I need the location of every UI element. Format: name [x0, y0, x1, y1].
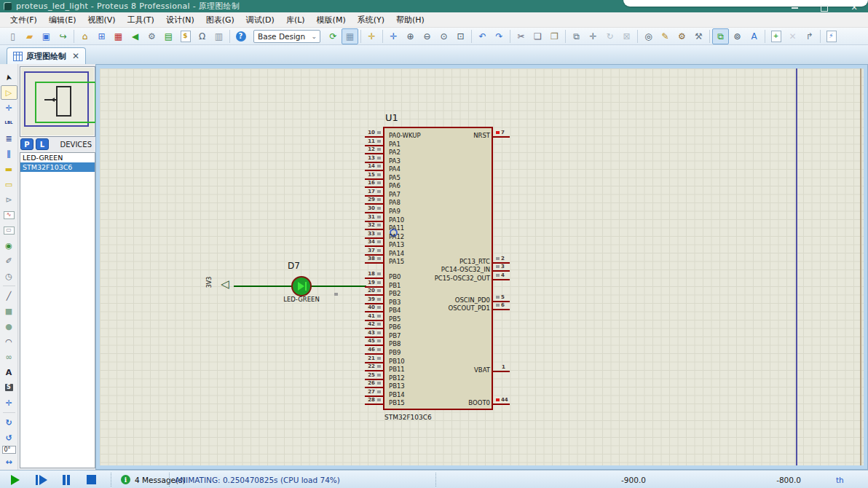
pin-state-square[interactable] [377, 339, 381, 342]
selection-mode-button[interactable]: ➤ [1, 70, 17, 84]
device-item[interactable]: STM32F103C6 [20, 162, 95, 172]
menu-item[interactable]: 系统(Y) [352, 12, 390, 28]
pin-state-square[interactable] [377, 216, 381, 219]
copy-button[interactable]: ❏ [529, 28, 546, 44]
buses-mode-button[interactable]: ∥ [1, 146, 17, 161]
overview-minimap[interactable] [20, 66, 95, 137]
chip-pin-stub[interactable] [493, 309, 510, 310]
virtual-instrument-mode-button[interactable]: ◷ [1, 269, 17, 283]
chip-pin-number[interactable]: 33 [362, 231, 375, 237]
chip-pin-number[interactable]: 16 [362, 180, 375, 186]
pin-state-square[interactable] [377, 207, 381, 210]
chip-pin-number[interactable]: 6 [501, 302, 511, 308]
electrical-rule-check-button[interactable]: ⚡ [823, 28, 840, 44]
chip-pin-name[interactable]: PA2 [389, 149, 401, 156]
chip-pin-name[interactable]: PA9 [389, 208, 401, 215]
pin-state-square[interactable] [377, 249, 381, 252]
maximize-button[interactable] [819, 4, 829, 12]
block-delete-button[interactable]: ⊠ [618, 28, 635, 44]
chip-pin-name[interactable]: PC13_RTC [384, 258, 490, 265]
false-origin-button[interactable]: ✛ [363, 28, 380, 44]
chip-pin-name[interactable]: PA13 [389, 241, 404, 248]
chip-pin-name[interactable]: PA14 [389, 250, 404, 257]
pin-state-square[interactable] [377, 374, 381, 377]
chip-pin-name[interactable]: PA6 [389, 182, 401, 189]
pin-state-square[interactable] [377, 240, 381, 243]
chip-pin-number[interactable]: 7 [501, 130, 511, 135]
make-device-button[interactable]: ✎ [657, 28, 674, 44]
chip-pin-name[interactable]: PA8 [389, 199, 401, 206]
redo-button[interactable]: ↷ [491, 28, 508, 44]
chip-pin-name[interactable]: PC14-OSC32_IN [384, 266, 490, 273]
chip-pin-name[interactable]: PB13 [389, 382, 405, 390]
chip-pin-name[interactable]: OSCOUT_PD1 [384, 304, 490, 312]
graph-mode-button[interactable]: ∿ [1, 208, 17, 222]
menu-item[interactable]: 设计(N) [160, 12, 200, 28]
pin-state-square[interactable] [377, 232, 381, 235]
pin-state-square[interactable] [377, 148, 381, 151]
chip-pin-name[interactable]: VBAT [384, 366, 490, 374]
2d-line-mode-button[interactable]: ╱ [1, 288, 17, 303]
pin-state-square[interactable] [496, 257, 500, 260]
pin-state-square[interactable] [377, 173, 381, 176]
chip-pin-number[interactable]: 17 [362, 189, 375, 194]
pin-state-square[interactable] [377, 289, 381, 292]
chip-pin-name[interactable]: PB5 [389, 315, 401, 323]
chip-pin-name[interactable]: PA5 [389, 174, 401, 181]
chip-pin-number[interactable]: 42 [362, 321, 375, 327]
mirror-horizontal-button[interactable]: ↔ [1, 454, 17, 469]
chip-pin-number[interactable]: 11 [362, 138, 375, 144]
2d-text-mode-button[interactable]: A [1, 365, 17, 379]
chip-pin-name[interactable]: BOOT0 [384, 399, 490, 406]
paste-button[interactable]: ❐ [546, 28, 563, 44]
undo-button[interactable]: ↶ [474, 28, 491, 44]
terminal-mode-button[interactable]: ▭ [1, 177, 17, 192]
chip-pin-number[interactable]: 13 [362, 155, 375, 161]
2d-path-mode-button[interactable]: ∞ [1, 350, 17, 364]
zoom-in-button[interactable]: ⊕ [402, 28, 419, 44]
chip-pin-number[interactable]: 14 [362, 163, 375, 169]
toggle-grid-button[interactable]: ▦ [342, 28, 358, 44]
voltage-probe-mode-button[interactable]: ✐ [1, 253, 17, 268]
pin-state-square[interactable] [377, 224, 381, 227]
pick-parts-button[interactable]: P [20, 138, 33, 150]
chip-pin-name[interactable]: PA10 [389, 216, 404, 224]
3d-visualizer-button[interactable]: ⚙ [143, 28, 160, 44]
zoom-out-button[interactable]: ⊖ [419, 28, 435, 44]
chip-pin-number[interactable]: 12 [362, 146, 375, 152]
chip-pin-number[interactable]: 29 [362, 197, 375, 202]
chip-pin-stub[interactable] [365, 404, 383, 405]
chip-pin-name[interactable]: PA3 [389, 157, 401, 165]
center-at-cursor-button[interactable]: ✛ [385, 28, 402, 44]
pin-state-square[interactable] [377, 272, 381, 275]
search-tag-button[interactable]: ⊚ [729, 28, 746, 44]
chip-pin-number[interactable]: 34 [362, 239, 375, 245]
chip-pin-name[interactable]: PA11 [389, 224, 404, 232]
wire-autorouter-button[interactable]: ⧉ [712, 28, 729, 44]
redraw-button[interactable]: ⟳ [325, 28, 342, 44]
menu-item[interactable]: 帮助(H) [390, 12, 430, 28]
chip-pin-name[interactable]: PB6 [389, 323, 401, 331]
chip-pin-number[interactable]: 41 [362, 313, 375, 319]
goto-sheet-button[interactable]: ↱ [801, 28, 818, 44]
tab-close-icon[interactable]: ✕ [72, 52, 79, 60]
pin-state-square[interactable] [377, 298, 381, 301]
schematic-canvas[interactable]: U1 STM32F103C6 D7 LED-GREEN ◁ 3V3 10PA0-… [100, 68, 864, 465]
new-sheet-button[interactable]: + [768, 28, 784, 44]
rotation-angle-field[interactable]: 0° [2, 446, 16, 454]
pin-state-square[interactable] [377, 315, 381, 318]
rotate-anticlockwise-button[interactable]: ↺ [1, 430, 17, 445]
chip-pin-name[interactable]: PB14 [389, 391, 405, 398]
chip-pin-number[interactable]: 22 [362, 363, 375, 369]
2d-symbol-mode-button[interactable]: S [1, 380, 17, 395]
2d-box-mode-button[interactable]: ■ [1, 304, 17, 318]
pin-state-square[interactable] [377, 190, 381, 193]
block-copy-button[interactable]: ⧉ [568, 28, 585, 44]
schematic-capture-button[interactable]: ⊞ [93, 28, 110, 44]
chip-pin-number[interactable]: 32 [362, 222, 375, 228]
chip-pin-name[interactable]: PA1 [389, 141, 401, 148]
open-file-button[interactable]: ▰ [21, 28, 38, 44]
chip-pin-number[interactable]: 20 [362, 288, 375, 294]
menu-item[interactable]: 调试(D) [240, 12, 280, 28]
chip-pin-stub[interactable] [493, 136, 510, 138]
